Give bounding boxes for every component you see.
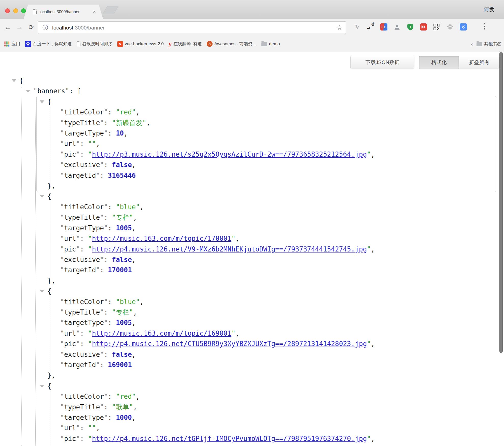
json-key: pic (64, 151, 76, 158)
json-key: typeTitle (64, 214, 100, 221)
tab-close-icon[interactable]: ✕ (93, 10, 96, 14)
format-button[interactable]: 格式化 (419, 56, 459, 69)
json-prop-line: "titleColor": "blue", (0, 297, 504, 307)
svg-text:T: T (409, 25, 412, 29)
collapse-all-button[interactable]: 折叠所有 (459, 56, 499, 69)
collapse-toggle-icon[interactable] (40, 385, 44, 388)
json-value-number: 1005 (116, 224, 132, 232)
json-token: " (100, 351, 104, 358)
reload-button[interactable]: ⟳ (26, 22, 36, 32)
json-value-number: 1005 (116, 319, 132, 326)
collapse-toggle-icon[interactable] (12, 79, 16, 82)
url-host: localhost (52, 25, 73, 31)
json-token: : (108, 414, 116, 421)
json-token: : (80, 424, 88, 432)
json-link[interactable]: http://p4.music.126.net/CTU5B9R9y3XyYBZX… (92, 340, 367, 348)
collapse-toggle-icon[interactable] (26, 90, 30, 93)
json-key: targetId (64, 361, 96, 369)
json-token: " (60, 172, 64, 179)
json-token: " (88, 340, 92, 348)
bookmark-vue-hackernews[interactable]: V vue-hackernews-2.0 (117, 41, 164, 47)
bookmarks-overflow-icon[interactable]: » (470, 41, 473, 47)
bookmark-baidu[interactable]: 百度一下，你就知道 (25, 41, 72, 47)
json-token: " (60, 424, 64, 432)
json-token: " (60, 340, 64, 348)
json-token: " (88, 151, 92, 158)
url-text[interactable]: localhost:3000/banner (52, 25, 334, 31)
json-token: " (60, 140, 64, 147)
json-token: " (76, 435, 80, 442)
shield-extension-icon[interactable]: T (406, 22, 414, 32)
json-token: " (96, 172, 100, 179)
json-prop-line: "targetType": 1000, (0, 412, 504, 423)
json-key: pic (64, 340, 76, 348)
json-link[interactable]: http://p4.music.126.net/tGPljf-IMOCyPvum… (92, 435, 367, 442)
bookmark-google-sort[interactable]: 谷歌按时间排序 (77, 41, 113, 47)
bookmark-star-icon[interactable]: ☆ (337, 24, 342, 31)
json-prop-line: "targetId": 3165446 (0, 170, 504, 181)
address-bar[interactable]: ⓘ localhost:3000/banner ☆ (38, 21, 346, 34)
back-button[interactable]: ← (3, 22, 13, 32)
json-token: " (100, 403, 104, 411)
json-object-close: }, (0, 181, 504, 191)
collapse-toggle-icon[interactable] (40, 195, 44, 198)
json-token: , (132, 224, 136, 232)
json-token: " (60, 393, 64, 400)
json-prop-line: "exclusive": false, (0, 349, 504, 360)
window-zoom-button[interactable] (21, 8, 26, 13)
json-key: exclusive (64, 256, 100, 263)
json-value-number: 169001 (108, 361, 132, 369)
json-prop-line: "url": "", (0, 139, 504, 149)
download-json-button[interactable]: 下载JSON数据 (351, 56, 414, 69)
bookmark-youdao[interactable]: y 在线翻译_有道 (169, 41, 202, 47)
collapse-toggle-icon[interactable] (40, 100, 44, 103)
bookmark-demo-folder[interactable]: demo (261, 41, 280, 47)
json-token: " (60, 308, 64, 316)
json-value-string: "" (88, 424, 96, 432)
json-value-number: 3165446 (108, 172, 136, 179)
json-token: , (132, 351, 136, 358)
qr-code-extension-icon[interactable] (433, 22, 441, 32)
browser-menu-icon[interactable] (484, 23, 485, 31)
json-token: " (60, 224, 64, 232)
json-token: : (108, 203, 116, 211)
fe-helper-extension-icon[interactable]: FE (380, 22, 388, 32)
json-key: url (64, 330, 76, 337)
new-tab-button[interactable] (103, 6, 118, 14)
bookmarks-bar: 应用 百度一下，你就知道 谷歌按时间排序 V vue-hackernews-2.… (0, 36, 504, 52)
bookmark-apps[interactable]: 应用 (4, 41, 20, 47)
page-info-icon[interactable]: ⓘ (43, 24, 48, 32)
json-token: " (60, 330, 64, 337)
shield-t-icon: T (407, 23, 414, 31)
json-value-string: "专栏" (112, 214, 133, 221)
json-link[interactable]: http://p4.music.126.net/V9-MXz6b2MNhEKju… (92, 245, 367, 253)
chevrons-down-icon (460, 24, 466, 30)
json-token: : (80, 140, 88, 147)
translate-extension-icon[interactable]: 英 ➥ (367, 22, 375, 32)
banner-item-4: {"titleColor": "red","typeTitle": "歌单","… (0, 381, 504, 446)
json-token: : (108, 108, 116, 116)
json-key: url (64, 424, 76, 432)
json-link[interactable]: http://music.163.com/m/topic/169001 (92, 330, 231, 337)
other-bookmarks[interactable]: 其他书签 (477, 41, 501, 47)
double-chevron-extension-icon[interactable] (459, 22, 467, 32)
json-token: : (104, 119, 112, 127)
window-minimize-button[interactable] (13, 8, 18, 13)
video-speed-extension-icon[interactable] (419, 22, 428, 32)
json-link[interactable]: http://music.163.com/m/topic/170001 (92, 235, 231, 242)
person-extension-icon[interactable] (393, 22, 401, 32)
vue-devtools-extension-icon[interactable]: V (353, 22, 361, 32)
json-link[interactable]: http://p3.music.126.net/s25q2x5QyqsAzilC… (92, 151, 367, 158)
json-token: : (104, 403, 112, 411)
paw-extension-icon[interactable] (446, 22, 454, 32)
bookmark-awesomes[interactable]: A Awesomes - 前端资… (207, 41, 257, 47)
banner-item-3: {"titleColor": "blue","typeTitle": "专栏",… (0, 286, 504, 381)
window-close-button[interactable] (5, 8, 10, 13)
browser-tab[interactable]: localhost:3000/banner ✕ (24, 5, 103, 19)
collapse-toggle-icon[interactable] (40, 290, 44, 293)
profile-name[interactable]: 阿发 (484, 6, 494, 13)
json-token: , (133, 214, 137, 221)
json-value-string: "新碟首发" (112, 119, 146, 127)
json-token: : (100, 266, 108, 274)
json-token: " (104, 224, 108, 232)
